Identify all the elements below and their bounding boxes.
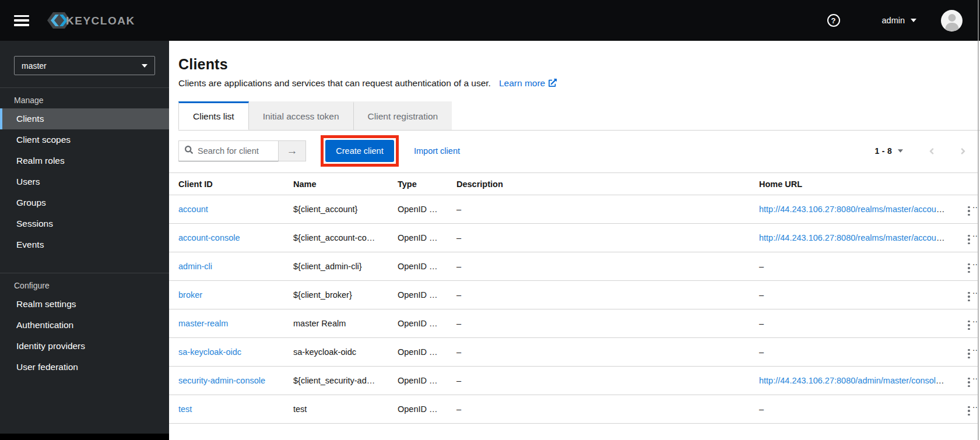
sidebar-footer bbox=[0, 434, 169, 440]
username: admin bbox=[882, 16, 905, 25]
client-id-link[interactable]: security-admin-console bbox=[178, 376, 265, 385]
home-url-link[interactable]: http://44.243.106.27:8080/realms/master/… bbox=[759, 233, 956, 242]
client-name: sa-keycloak-oidc bbox=[284, 338, 388, 367]
annotation-highlight-box: Create client bbox=[321, 135, 399, 167]
client-description: – bbox=[447, 195, 750, 224]
client-id-link[interactable]: admin-cli bbox=[178, 262, 212, 271]
sidebar-item-groups[interactable]: Groups bbox=[0, 192, 169, 213]
help-icon[interactable]: ? bbox=[827, 14, 840, 27]
table-row: broker ${client_broker} OpenID Connect –… bbox=[169, 281, 978, 309]
keycloak-logo-icon: KEYCLOAK bbox=[47, 10, 139, 30]
pagination-top: 1 - 8 bbox=[874, 146, 966, 156]
external-link-icon bbox=[949, 234, 956, 243]
next-page-button[interactable] bbox=[960, 146, 966, 156]
learn-more-link[interactable]: Learn more bbox=[499, 78, 557, 88]
external-link-icon bbox=[946, 376, 954, 386]
sidebar-item-sessions[interactable]: Sessions bbox=[0, 213, 169, 234]
sidebar-section-configure: Configure Realm settings Authentication … bbox=[0, 273, 169, 378]
chevron-down-icon[interactable] bbox=[898, 149, 903, 153]
client-description: – bbox=[447, 281, 750, 309]
sidebar-item-authentication[interactable]: Authentication bbox=[0, 315, 169, 336]
client-description: – bbox=[447, 367, 750, 395]
kebab-menu-icon[interactable] bbox=[965, 290, 972, 304]
sidebar-item-client-scopes[interactable]: Client scopes bbox=[0, 129, 169, 150]
user-menu[interactable]: admin bbox=[882, 16, 917, 25]
column-header-description: Description bbox=[447, 173, 750, 195]
home-url-link[interactable]: http://44.243.106.27:8080/admin/master/c… bbox=[759, 376, 954, 385]
chevron-down-icon bbox=[142, 64, 147, 68]
sidebar-item-clients[interactable]: Clients bbox=[0, 108, 169, 129]
client-id-link[interactable]: test bbox=[178, 404, 192, 414]
client-name: ${client_broker} bbox=[284, 281, 388, 309]
create-client-button[interactable]: Create client bbox=[325, 140, 394, 162]
client-name: test bbox=[284, 395, 388, 424]
client-home-url: – bbox=[750, 309, 956, 338]
sidebar-item-events[interactable]: Events bbox=[0, 234, 169, 255]
client-id-link[interactable]: account-console bbox=[178, 233, 240, 242]
search-input[interactable] bbox=[198, 146, 272, 156]
column-header-name: Name bbox=[284, 173, 388, 195]
search-group: → bbox=[178, 140, 306, 161]
main-content: Clients Clients are applications and ser… bbox=[169, 41, 980, 440]
chevron-down-icon bbox=[911, 19, 916, 22]
previous-page-button[interactable] bbox=[929, 146, 935, 156]
table-row: master-realm master Realm OpenID Connect… bbox=[169, 309, 978, 338]
kebab-menu-icon[interactable] bbox=[965, 233, 972, 247]
clients-table: Client ID Name Type Description Home URL… bbox=[169, 173, 978, 424]
table-row: admin-cli ${client_admin-cli} OpenID Con… bbox=[169, 252, 978, 281]
tab-initial-access-token[interactable]: Initial access token bbox=[249, 101, 353, 130]
pagination-range: 1 - 8 bbox=[874, 146, 892, 156]
client-description: – bbox=[447, 395, 750, 424]
tab-client-registration[interactable]: Client registration bbox=[353, 101, 452, 130]
client-id-link[interactable]: broker bbox=[178, 290, 202, 300]
scrollbar[interactable] bbox=[978, 0, 979, 440]
kebab-menu-icon[interactable] bbox=[965, 375, 972, 390]
client-type: OpenID Connect bbox=[388, 195, 447, 224]
page-description: Clients are applications and services th… bbox=[178, 78, 491, 88]
kebab-menu-icon[interactable] bbox=[965, 347, 972, 361]
table-row: account-console ${client_account-console… bbox=[169, 224, 978, 252]
menu-toggle-icon[interactable] bbox=[14, 15, 29, 26]
table-header-row: Client ID Name Type Description Home URL bbox=[169, 173, 978, 195]
search-submit-button[interactable]: → bbox=[279, 140, 306, 161]
table-row: test test OpenID Connect – – bbox=[169, 395, 978, 424]
column-header-type: Type bbox=[388, 173, 447, 195]
avatar[interactable] bbox=[941, 10, 963, 31]
kebab-menu-icon[interactable] bbox=[965, 318, 972, 333]
sidebar-item-users[interactable]: Users bbox=[0, 171, 169, 192]
client-type: OpenID Connect bbox=[388, 395, 447, 424]
client-name: ${client_account} bbox=[284, 195, 388, 224]
sidebar-item-identity-providers[interactable]: Identity providers bbox=[0, 336, 169, 357]
client-type: OpenID Connect bbox=[388, 281, 447, 309]
tab-bar: Clients list Initial access token Client… bbox=[178, 101, 980, 131]
sidebar: master Manage Clients Client scopes Real… bbox=[0, 41, 169, 440]
client-id-link[interactable]: master-realm bbox=[178, 319, 228, 328]
page-header: Clients Clients are applications and ser… bbox=[169, 41, 980, 89]
client-id-link[interactable]: account bbox=[178, 205, 208, 214]
arrow-right-icon: → bbox=[287, 145, 298, 157]
client-home-url: – bbox=[750, 281, 956, 309]
client-home-url: – bbox=[750, 252, 956, 281]
client-name: ${client_security-admin-console} bbox=[284, 367, 388, 395]
kebab-menu-icon[interactable] bbox=[965, 404, 972, 418]
column-header-client-id: Client ID bbox=[169, 173, 284, 195]
sidebar-item-user-federation[interactable]: User federation bbox=[0, 357, 169, 378]
external-link-icon bbox=[549, 79, 557, 89]
client-name: ${client_account-console} bbox=[284, 224, 388, 252]
sidebar-item-realm-settings[interactable]: Realm settings bbox=[0, 294, 169, 315]
tab-clients-list[interactable]: Clients list bbox=[178, 101, 249, 130]
sidebar-item-realm-roles[interactable]: Realm roles bbox=[0, 150, 169, 171]
sidebar-section-manage: Manage Clients Client scopes Realm roles… bbox=[0, 88, 169, 255]
home-url-link[interactable]: http://44.243.106.27:8080/realms/master/… bbox=[759, 205, 956, 214]
import-client-link[interactable]: Import client bbox=[414, 146, 460, 156]
table-row: sa-keycloak-oidc sa-keycloak-oidc OpenID… bbox=[169, 338, 978, 367]
kebab-menu-icon[interactable] bbox=[965, 204, 972, 219]
client-name: ${client_admin-cli} bbox=[284, 252, 388, 281]
client-id-link[interactable]: sa-keycloak-oidc bbox=[178, 347, 241, 357]
search-icon bbox=[185, 146, 193, 156]
realm-selector[interactable]: master bbox=[14, 56, 155, 75]
page-title: Clients bbox=[178, 56, 971, 73]
client-description: – bbox=[447, 309, 750, 338]
client-home-url: – bbox=[750, 338, 956, 367]
kebab-menu-icon[interactable] bbox=[965, 261, 972, 276]
